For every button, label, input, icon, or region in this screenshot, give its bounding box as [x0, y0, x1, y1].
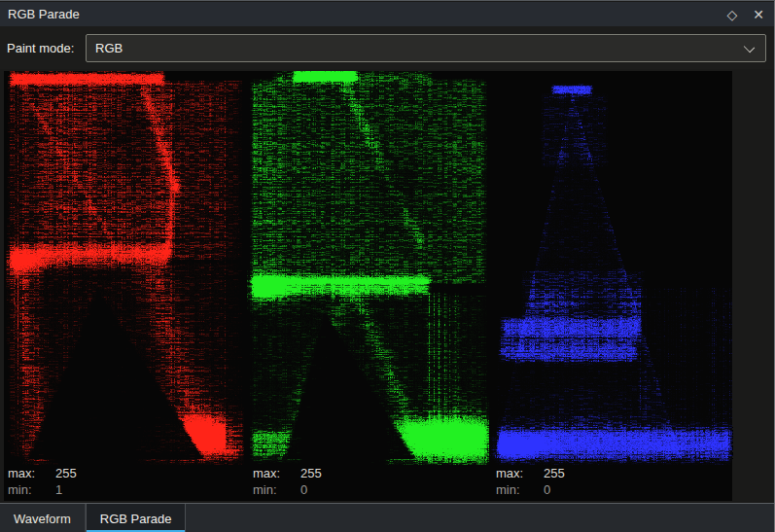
paint-mode-select[interactable]: RGB [86, 34, 766, 62]
blue-min-label: min: [496, 481, 544, 498]
blue-max-value: 255 [544, 466, 565, 480]
close-icon[interactable]: ✕ [753, 8, 764, 21]
green-channel-stats: max:255 min:0 [253, 465, 322, 498]
rgb-parade-scope [0, 71, 775, 465]
panel-titlebar[interactable]: RGB Parade ◇ ✕ [0, 2, 774, 26]
green-min-label: min: [253, 481, 300, 498]
tab-rgb-parade-label: RGB Parade [100, 512, 172, 526]
chevron-down-icon [744, 42, 755, 53]
blue-max-label: max: [496, 465, 544, 481]
green-min-value: 0 [300, 482, 307, 497]
tab-waveform-label: Waveform [14, 512, 71, 526]
rgb-parade-panel: RGB Parade ◇ ✕ Paint mode: RGB max:255 m… [0, 0, 775, 532]
scope-stats: max:255 min:1 max:255 min:0 max:255 min:… [0, 465, 774, 500]
paint-mode-label: Paint mode: [7, 41, 74, 55]
red-max-value: 255 [55, 466, 77, 480]
tab-rgb-parade[interactable]: RGB Parade [86, 504, 187, 532]
red-min-value: 1 [55, 482, 62, 497]
dock-tabbar: Waveform RGB Parade [0, 503, 774, 532]
red-max-label: max: [8, 465, 55, 481]
green-max-label: max: [253, 465, 300, 481]
scope-area: max:255 min:1 max:255 min:0 max:255 min:… [0, 69, 774, 503]
paint-mode-value: RGB [95, 41, 123, 55]
blue-channel-stats: max:255 min:0 [496, 465, 565, 498]
green-max-value: 255 [300, 466, 322, 480]
float-icon[interactable]: ◇ [726, 8, 737, 21]
blue-min-value: 0 [544, 482, 550, 497]
panel-title: RGB Parade [8, 7, 80, 21]
paint-mode-row: Paint mode: RGB [0, 26, 774, 69]
red-min-label: min: [8, 481, 55, 498]
tab-waveform[interactable]: Waveform [0, 504, 86, 532]
red-channel-stats: max:255 min:1 [8, 465, 77, 498]
